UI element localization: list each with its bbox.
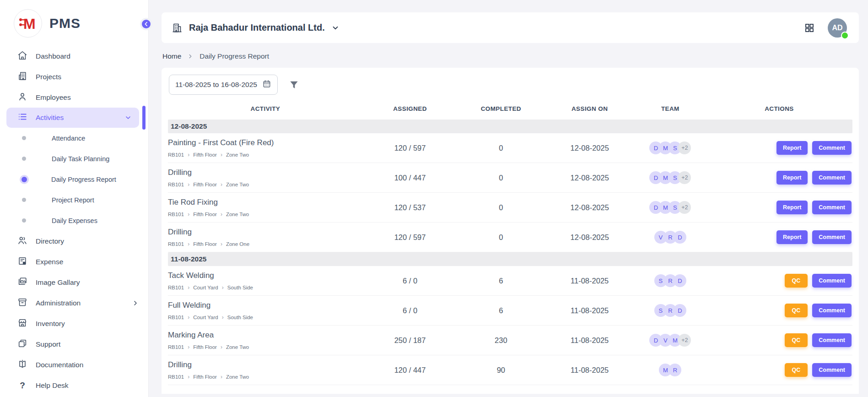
team-more-count[interactable]: +2: [678, 171, 691, 184]
sidebar-subitem-attendance[interactable]: Attendance: [0, 128, 148, 148]
assign-on-date: 11-08-2025: [545, 277, 635, 285]
activity-location-path: RB101›Fifth Floor›Zone Two: [168, 344, 363, 350]
team-member-avatar[interactable]: R: [669, 364, 681, 376]
sidebar-item-image-gallary[interactable]: Image Gallary: [0, 272, 148, 293]
team-more-count[interactable]: +2: [678, 141, 691, 154]
qc-button[interactable]: QC: [785, 333, 808, 347]
team-cell: DMS+2: [635, 201, 706, 214]
activity-location-path: RB101›Fifth Floor›Zone Two: [168, 152, 363, 158]
report-button[interactable]: Report: [776, 171, 808, 185]
comment-button[interactable]: Comment: [812, 274, 852, 288]
sidebar-item-directory[interactable]: Directory: [0, 231, 148, 251]
path-chevron-icon: ›: [188, 374, 189, 380]
activity-location-path: RB101›Fifth Floor›Zone Two: [168, 212, 363, 217]
table-row: DrillingRB101›Fifth Floor›Zone Two100 / …: [168, 163, 852, 193]
breadcrumb: HomeDaily Progress Report: [162, 43, 859, 68]
sidebar-item-activities[interactable]: Activities: [6, 108, 139, 128]
user-avatar[interactable]: AD: [828, 18, 847, 38]
path-chevron-icon: ›: [188, 315, 189, 320]
activity-location-path: RB101›Fifth Floor›Zone Two: [168, 182, 363, 187]
activity-location-path: RB101›Court Yard›South Side: [168, 315, 363, 320]
report-button[interactable]: Report: [776, 141, 808, 155]
breadcrumb-chevron-icon: [187, 53, 194, 60]
column-header-completed: COMPLETED: [457, 105, 545, 112]
team-cell: MR: [635, 364, 706, 376]
breadcrumb-item[interactable]: Home: [162, 52, 181, 60]
activity-cell: Tie Rod FixingRB101›Fifth Floor›Zone Two: [168, 198, 363, 217]
team-more-count[interactable]: +2: [678, 201, 691, 214]
path-segment: RB101: [168, 182, 184, 187]
filter-funnel-icon[interactable]: [289, 80, 299, 90]
path-chevron-icon: ›: [221, 241, 222, 247]
path-segment: Zone Two: [226, 344, 249, 350]
column-header-actions: ACTIONS: [706, 105, 852, 112]
team-cell: SRD: [635, 274, 706, 287]
table-row: Marking AreaRB101›Fifth Floor›Zone Two25…: [168, 326, 852, 355]
bullet-dot-icon: [22, 218, 26, 223]
qc-button[interactable]: QC: [785, 274, 808, 288]
sidebar-item-employees[interactable]: Employees: [0, 87, 148, 108]
comment-button[interactable]: Comment: [812, 333, 852, 347]
team-member-avatar[interactable]: D: [674, 304, 686, 317]
comment-button[interactable]: Comment: [812, 141, 852, 155]
apps-grid-icon[interactable]: [804, 22, 815, 33]
team-member-avatar[interactable]: D: [674, 231, 686, 244]
completed-value: 6: [457, 277, 545, 285]
sidebar-item-label: Documentation: [36, 361, 83, 369]
path-chevron-icon: ›: [221, 374, 222, 380]
report-button[interactable]: Report: [776, 230, 808, 244]
comment-button[interactable]: Comment: [812, 304, 852, 317]
team-member-avatar[interactable]: D: [674, 274, 686, 287]
sidebar-item-label: Expense: [36, 258, 63, 266]
path-segment: Fifth Floor: [193, 344, 217, 350]
activity-cell: DrillingRB101›Fifth Floor›Zone Two: [168, 360, 363, 380]
image-icon: [17, 277, 27, 288]
sidebar-item-dashboard[interactable]: Dashboard: [0, 46, 148, 66]
path-chevron-icon: ›: [188, 182, 189, 187]
completed-value: 0: [457, 144, 545, 152]
report-button[interactable]: Report: [776, 201, 808, 214]
sidebar-item-expense[interactable]: Expense: [0, 251, 148, 272]
receipt-icon: [17, 256, 27, 268]
chevron-down-icon: [124, 114, 132, 121]
sidebar-item-inventory[interactable]: Inventory: [0, 313, 148, 334]
team-more-count[interactable]: +2: [678, 334, 691, 347]
comment-button[interactable]: Comment: [812, 201, 852, 214]
sidebar-item-projects[interactable]: Projects: [0, 66, 148, 87]
assigned-value: 250 / 187: [363, 336, 457, 345]
sidebar-item-support[interactable]: Support: [0, 334, 148, 354]
sidebar-subitem-label: Daily Expenses: [52, 217, 97, 224]
path-chevron-icon: ›: [222, 285, 224, 290]
sidebar-item-label: Employees: [36, 93, 71, 102]
table-row: DrillingRB101›Fifth Floor›Zone Two120 / …: [168, 355, 852, 385]
path-segment: RB101: [168, 241, 184, 247]
column-header-assigned: ASSIGNED: [363, 105, 457, 112]
qc-button[interactable]: QC: [785, 363, 808, 377]
sidebar-item-help-desk[interactable]: ?Help Desk: [0, 375, 148, 396]
table-row: DrillingRB101›Fifth Floor›Zone One120 / …: [168, 223, 852, 252]
company-selector[interactable]: Raja Bahadur International Ltd.: [172, 22, 340, 33]
sidebar-item-documentation[interactable]: Documentation: [0, 354, 148, 375]
qc-button[interactable]: QC: [785, 304, 808, 317]
sidebar-subitem-daily-progress-report[interactable]: Daily Progress Report: [0, 169, 148, 190]
activity-name: Full Welding: [168, 301, 363, 310]
date-range-input[interactable]: 11-08-2025 to 16-08-2025: [169, 75, 278, 95]
activity-name: Tie Rod Fixing: [168, 198, 363, 207]
column-header-team: TEAM: [635, 105, 706, 112]
sidebar-subitem-daily-task-planning[interactable]: Daily Task Planning: [0, 148, 148, 169]
completed-value: 0: [457, 233, 545, 242]
team-cell: DMS+2: [635, 171, 706, 184]
sidebar-subitem-daily-expenses[interactable]: Daily Expenses: [0, 210, 148, 231]
comment-button[interactable]: Comment: [812, 363, 852, 377]
assigned-value: 6 / 0: [363, 306, 457, 315]
comment-button[interactable]: Comment: [812, 230, 852, 244]
activity-name: Painting - First Coat (Fire Red): [168, 138, 363, 147]
sidebar-collapse-button[interactable]: [140, 18, 152, 30]
sidebar-subitem-project-report[interactable]: Project Report: [0, 190, 148, 210]
path-chevron-icon: ›: [188, 285, 189, 290]
table-row: Full WeldingRB101›Court Yard›South Side6…: [168, 296, 852, 326]
svg-text:M: M: [23, 16, 36, 32]
comment-button[interactable]: Comment: [812, 171, 852, 185]
path-segment: Zone Two: [226, 182, 249, 187]
sidebar-item-administration[interactable]: Administration: [0, 293, 148, 313]
